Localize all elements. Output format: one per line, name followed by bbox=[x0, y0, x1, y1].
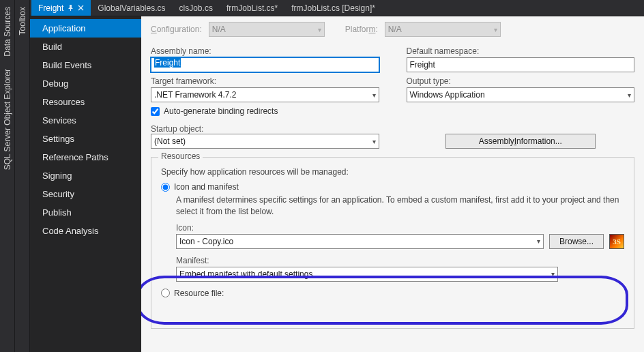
doc-tab-clsjob[interactable]: clsJob.cs bbox=[173, 0, 220, 16]
chevron-down-icon[interactable]: ▾ bbox=[551, 270, 555, 278]
doc-tab-label: Freight bbox=[38, 3, 63, 13]
icon-and-manifest-radio[interactable] bbox=[161, 183, 170, 192]
manifest-note: A manifest determines specific settings … bbox=[176, 194, 624, 218]
resources-help: Specify how application resources will b… bbox=[161, 167, 624, 177]
doc-tab-frmjoblist-cs[interactable]: frmJobList.cs* bbox=[220, 0, 284, 16]
autogen-redirects-label: Auto-generate binding redirects bbox=[164, 106, 278, 116]
project-properties-nav: Application Build Build Events Debug Res… bbox=[30, 16, 141, 352]
chevron-down-icon[interactable]: ▾ bbox=[537, 237, 540, 245]
doc-tab-globalvariables[interactable]: GlobalVariables.cs bbox=[91, 0, 172, 16]
icon-and-manifest-label: Icon and manifest bbox=[174, 182, 239, 192]
toolwell-tab-toolbox[interactable]: Toolbox bbox=[16, 1, 29, 40]
assembly-information-button[interactable]: Assembly Information... bbox=[445, 134, 596, 149]
application-form: Configuration: N/A ▾ Platform: N/A ▾ bbox=[141, 16, 644, 352]
target-framework-label: Target framework: bbox=[151, 76, 379, 86]
sidebar-item-code-analysis[interactable]: Code Analysis bbox=[30, 222, 141, 240]
sidebar-item-resources[interactable]: Resources bbox=[30, 93, 141, 111]
resource-file-label: Resource file: bbox=[174, 289, 224, 298]
chevron-down-icon[interactable]: ▾ bbox=[372, 138, 376, 145]
icon-preview: 3S bbox=[609, 234, 624, 249]
sidebar-item-debug[interactable]: Debug bbox=[30, 74, 141, 93]
resources-legend: Resources bbox=[158, 151, 203, 161]
resources-group: Resources Specify how application resour… bbox=[151, 157, 634, 329]
platform-combo: N/A ▾ bbox=[385, 22, 501, 37]
target-framework-combo[interactable]: .NET Framework 4.7.2 ▾ bbox=[151, 87, 379, 102]
doc-tab-label: clsJob.cs bbox=[179, 3, 213, 13]
startup-object-label: Startup object: bbox=[151, 124, 203, 134]
startup-object-combo[interactable]: (Not set) ▾ bbox=[151, 134, 379, 149]
toolwell-tab-sql-explorer[interactable]: SQL Server Object Explorer bbox=[1, 63, 14, 175]
output-type-label: Output type: bbox=[407, 76, 635, 86]
toolwell-left-1: Data Sources SQL Server Object Explorer bbox=[0, 0, 15, 352]
icon-combo[interactable]: Icon - Copy.ico ▾ bbox=[176, 234, 544, 249]
platform-label: Platform: bbox=[345, 25, 378, 34]
icon-label: Icon: bbox=[176, 223, 194, 233]
doc-tab-label: frmJobList.cs* bbox=[226, 3, 278, 13]
sidebar-item-publish[interactable]: Publish bbox=[30, 203, 141, 222]
sidebar-item-settings[interactable]: Settings bbox=[30, 130, 141, 148]
sidebar-item-build[interactable]: Build bbox=[30, 38, 141, 56]
doc-tab-label: frmJobList.cs [Design]* bbox=[291, 3, 375, 13]
configuration-combo: N/A ▾ bbox=[209, 22, 325, 37]
resource-file-radio[interactable] bbox=[161, 289, 170, 297]
assembly-name-input[interactable]: Freight bbox=[151, 57, 379, 72]
autogen-redirects-checkbox[interactable] bbox=[151, 107, 160, 116]
browse-button[interactable]: Browse... bbox=[549, 234, 604, 249]
close-icon[interactable] bbox=[78, 5, 84, 11]
default-namespace-input[interactable]: Freight bbox=[407, 57, 635, 72]
doc-tab-freight[interactable]: Freight bbox=[31, 0, 91, 16]
chevron-down-icon: ▾ bbox=[318, 26, 321, 33]
configuration-label: Configuration: bbox=[151, 25, 202, 34]
chevron-down-icon[interactable]: ▾ bbox=[372, 91, 376, 99]
chevron-down-icon: ▾ bbox=[494, 26, 497, 33]
sidebar-item-services[interactable]: Services bbox=[30, 111, 141, 130]
manifest-label: Manifest: bbox=[176, 256, 209, 265]
toolwell-tab-data-sources[interactable]: Data Sources bbox=[1, 1, 14, 62]
doc-tab-frmjoblist-design[interactable]: frmJobList.cs [Design]* bbox=[284, 0, 382, 16]
chevron-down-icon[interactable]: ▾ bbox=[628, 91, 631, 99]
toolwell-left-2: Toolbox bbox=[15, 0, 30, 352]
sidebar-item-security[interactable]: Security bbox=[30, 185, 141, 203]
output-type-combo[interactable]: Windows Application ▾ bbox=[407, 87, 635, 102]
sidebar-item-application[interactable]: Application bbox=[30, 19, 141, 38]
sidebar-item-build-events[interactable]: Build Events bbox=[30, 56, 141, 74]
pin-icon[interactable] bbox=[68, 5, 74, 11]
sidebar-item-signing[interactable]: Signing bbox=[30, 166, 141, 185]
sidebar-item-reference-paths[interactable]: Reference Paths bbox=[30, 148, 141, 166]
manifest-combo[interactable]: Embed manifest with default settings ▾ bbox=[176, 267, 558, 282]
doc-tab-label: GlobalVariables.cs bbox=[98, 3, 165, 13]
assembly-name-label: Assembly name: bbox=[151, 46, 379, 56]
document-tab-strip: Freight GlobalVariables.cs clsJob.cs frm… bbox=[30, 0, 644, 16]
autogen-redirects-row: Auto-generate binding redirects bbox=[151, 106, 634, 116]
default-namespace-label: Default namespace: bbox=[407, 46, 635, 56]
